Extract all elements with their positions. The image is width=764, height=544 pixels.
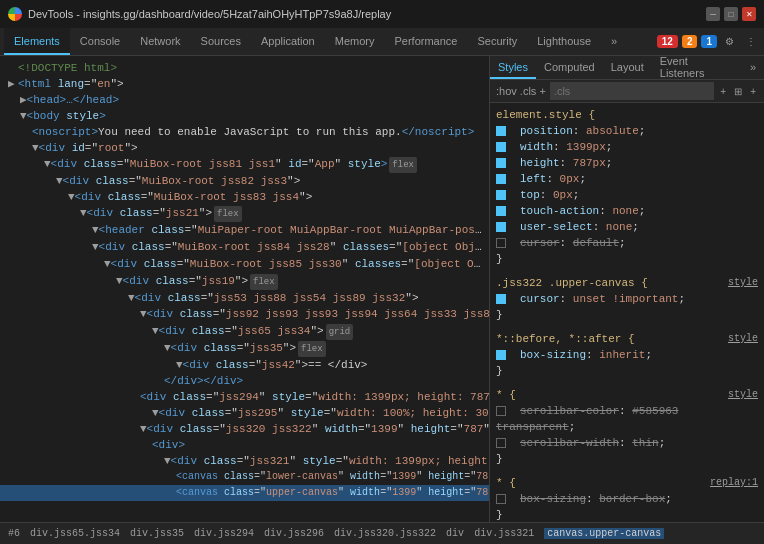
window-title: DevTools - insights.gg/dashboard/video/5… [28, 8, 391, 20]
breadcrumb-item[interactable]: div.jss296 [264, 528, 324, 539]
info-badge: 1 [701, 35, 717, 48]
new-rule-button[interactable]: + [748, 85, 758, 98]
html-line[interactable]: ▼ <div class="jss42">== </div> [0, 357, 489, 373]
html-line[interactable]: ▼ <header class="MuiPaper-root MuiAppBar… [0, 222, 489, 239]
tab-elements[interactable]: Elements [4, 28, 70, 55]
html-line[interactable]: ▶ <head>…</head> [0, 92, 489, 108]
prop-checkbox[interactable] [496, 206, 506, 216]
filter-label: :hov .cls + [496, 85, 546, 97]
prop-checkbox[interactable] [496, 190, 506, 200]
html-line[interactable]: <div class="jss294" style="width: 1399px… [0, 389, 489, 405]
add-style-button[interactable]: + [718, 85, 728, 98]
html-line[interactable]: ▼ <div class="jss53 jss88 jss54 jss89 js… [0, 290, 489, 306]
html-line[interactable]: <noscript>You need to enable JavaScript … [0, 124, 489, 140]
prop-checkbox[interactable] [496, 142, 506, 152]
styles-tab-bar: Styles Computed Layout Event Listeners » [490, 56, 764, 80]
html-line-selected[interactable]: <canvas class="upper-canvas" width="1399… [0, 485, 489, 501]
html-line[interactable]: ▼ <div class="jss295" style="width: 100%… [0, 405, 489, 421]
html-line[interactable]: ▼ <div class="jss35">flex [0, 340, 489, 357]
minimize-button[interactable]: ─ [706, 7, 720, 21]
tab-icons: 12 2 1 ⚙ ⋮ [657, 34, 760, 49]
title-bar: DevTools - insights.gg/dashboard/video/5… [0, 0, 764, 28]
style-rule-jss322: .jss322 .upper-canvas {style cursor: uns… [496, 275, 758, 323]
settings-button[interactable]: ⚙ [721, 34, 738, 49]
toggle-element-state[interactable]: ⊞ [732, 85, 744, 98]
tab-sources[interactable]: Sources [191, 28, 251, 55]
breadcrumb-item[interactable]: div [446, 528, 464, 539]
tab-computed[interactable]: Computed [536, 56, 603, 79]
style-rule-scrollbar: * {style scrollbar-color: #585963 transp… [496, 387, 758, 467]
devtools-tab-bar: Elements Console Network Sources Applica… [0, 28, 764, 56]
breadcrumb-item[interactable]: div.jss321 [474, 528, 534, 539]
prop-checkbox[interactable] [496, 126, 506, 136]
title-left: DevTools - insights.gg/dashboard/video/5… [8, 7, 391, 21]
html-line[interactable]: ▼ <div class="MuiBox-root jss84 jss28" c… [0, 239, 489, 256]
style-rule-element: element.style { position: absolute; widt… [496, 107, 758, 267]
tab-more[interactable]: » [601, 28, 627, 55]
html-line[interactable]: ▼ <div class="jss21">flex [0, 205, 489, 222]
breadcrumb-item[interactable]: div.jss294 [194, 528, 254, 539]
html-line[interactable]: ▼ <div class="MuiBox-root jss83 jss4"> [0, 189, 489, 205]
html-line[interactable]: ▼ <div class="jss19">flex [0, 273, 489, 290]
tab-application[interactable]: Application [251, 28, 325, 55]
prop-checkbox[interactable] [496, 494, 506, 504]
tab-more-styles[interactable]: » [742, 56, 764, 79]
prop-checkbox[interactable] [496, 222, 506, 232]
breadcrumb-item[interactable]: div.jss65.jss34 [30, 528, 120, 539]
tab-console[interactable]: Console [70, 28, 130, 55]
html-line[interactable]: </div></div> [0, 373, 489, 389]
html-line[interactable]: ▼ <div class="jss92 jss93 jss93 jss94 js… [0, 306, 489, 323]
style-rule-before-after: *::before, *::after {style box-sizing: i… [496, 331, 758, 379]
html-line[interactable]: ▼ <div id="root"> [0, 140, 489, 156]
html-line[interactable]: <div> [0, 437, 489, 453]
elements-panel: <!DOCTYPE html> ▶<html lang="en"> ▶ <hea… [0, 56, 490, 522]
html-line[interactable]: ▼ <div class="jss320 jss322" width="1399… [0, 421, 489, 437]
html-line[interactable]: ▼ <div class="MuiBox-root jss81 jss1" id… [0, 156, 489, 173]
style-source[interactable]: style [728, 275, 758, 291]
style-source[interactable]: style [728, 387, 758, 403]
prop-checkbox[interactable] [496, 294, 506, 304]
breadcrumb-bar: #6 div.jss65.jss34 div.jss35 div.jss294 … [0, 522, 764, 544]
tab-styles[interactable]: Styles [490, 56, 536, 79]
breadcrumb-item[interactable]: div.jss35 [130, 528, 184, 539]
prop-checkbox[interactable] [496, 438, 506, 448]
close-button[interactable]: ✕ [742, 7, 756, 21]
html-line[interactable]: <canvas class="lower-canvas" width="1399… [0, 469, 489, 485]
style-rule-replay: * {replay:1 box-sizing: border-box; } [496, 475, 758, 522]
breadcrumb-item[interactable]: #6 [8, 528, 20, 539]
prop-checkbox[interactable] [496, 158, 506, 168]
style-source[interactable]: replay:1 [710, 475, 758, 491]
prop-checkbox[interactable] [496, 174, 506, 184]
html-line[interactable]: ▼ <div class="jss65 jss34">grid [0, 323, 489, 340]
style-source[interactable]: style [728, 331, 758, 347]
prop-checkbox[interactable] [496, 406, 506, 416]
tab-network[interactable]: Network [130, 28, 190, 55]
tab-performance[interactable]: Performance [384, 28, 467, 55]
tab-layout[interactable]: Layout [603, 56, 652, 79]
filter-input[interactable] [550, 82, 714, 100]
main-area: <!DOCTYPE html> ▶<html lang="en"> ▶ <hea… [0, 56, 764, 522]
restore-button[interactable]: □ [724, 7, 738, 21]
html-line[interactable]: ▼ <div class="jss321" style="width: 1399… [0, 453, 489, 469]
html-line[interactable]: <!DOCTYPE html> [0, 60, 489, 76]
more-options-button[interactable]: ⋮ [742, 34, 760, 49]
tab-security[interactable]: Security [467, 28, 527, 55]
tab-event-listeners[interactable]: Event Listeners [652, 56, 742, 79]
elements-content[interactable]: <!DOCTYPE html> ▶<html lang="en"> ▶ <hea… [0, 56, 489, 522]
html-line[interactable]: ▼ <div class="MuiBox-root jss82 jss3"> [0, 173, 489, 189]
tab-memory[interactable]: Memory [325, 28, 385, 55]
html-line[interactable]: ▼ <body style> [0, 108, 489, 124]
tab-lighthouse[interactable]: Lighthouse [527, 28, 601, 55]
styles-panel: Styles Computed Layout Event Listeners »… [490, 56, 764, 522]
breadcrumb-item-selected[interactable]: canvas.upper-canvas [544, 528, 664, 539]
html-line[interactable]: ▶<html lang="en"> [0, 76, 489, 92]
html-line[interactable]: ▼ <div class="MuiBox-root jss85 jss30" c… [0, 256, 489, 273]
window-controls[interactable]: ─ □ ✕ [706, 7, 756, 21]
error-badge: 12 [657, 35, 678, 48]
warning-badge: 2 [682, 35, 698, 48]
styles-filter-bar: :hov .cls + + ⊞ + [490, 80, 764, 103]
breadcrumb-item[interactable]: div.jss320.jss322 [334, 528, 436, 539]
prop-checkbox[interactable] [496, 350, 506, 360]
prop-checkbox[interactable] [496, 238, 506, 248]
styles-content[interactable]: element.style { position: absolute; widt… [490, 103, 764, 522]
